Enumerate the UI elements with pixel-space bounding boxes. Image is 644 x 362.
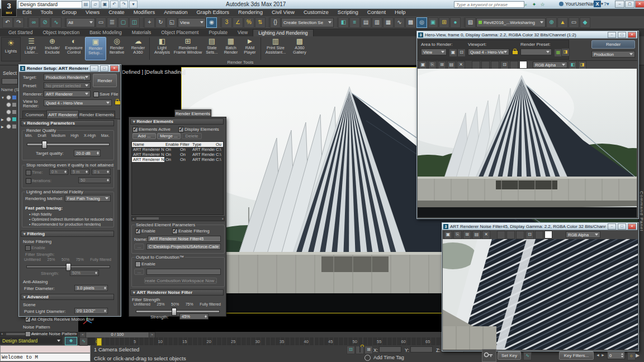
ribbon-tab-object-inspection[interactable]: Object Inspection (37, 29, 84, 36)
search-input[interactable] (454, 1, 524, 8)
layers-dialog-icon[interactable]: ◧ (569, 61, 577, 69)
rollout-rendering-parameters[interactable]: Rendering Parameters (21, 120, 114, 126)
render-setup-icon[interactable]: ▣ (428, 17, 438, 28)
merge-element-button[interactable]: Merge ... (157, 133, 181, 139)
ribbon-tab-get-started[interactable]: Get Started (3, 29, 37, 36)
setup-filter-slider[interactable] (26, 265, 110, 268)
ribbon-button-render-setup-[interactable]: ▣Render Setup... (85, 37, 106, 60)
rfw-bottom-maximize-button[interactable]: ▢ (618, 223, 626, 230)
alpha-channel-icon[interactable]: ⊡ (500, 61, 509, 69)
tab-render-elements[interactable]: Render Elements (78, 111, 115, 118)
save-image-icon[interactable]: ▣ (419, 61, 427, 69)
blue-channel-icon[interactable] (516, 231, 524, 239)
element-enable-checkbox[interactable] (135, 228, 141, 234)
quality-slider[interactable] (27, 143, 110, 146)
play-icon[interactable]: ▶ (636, 353, 640, 358)
save-file-browse-button[interactable]: ... (114, 92, 118, 97)
column-header-ou[interactable]: Ou (215, 142, 223, 147)
selection-lock-icon[interactable] (356, 346, 364, 354)
rollout-filtering[interactable]: Filtering (21, 231, 114, 237)
rfw-render-button[interactable]: Render (591, 40, 635, 49)
save-file-checkbox[interactable] (93, 92, 99, 97)
visibility-eye-icon[interactable] (6, 102, 11, 107)
enable-filtering-checkbox[interactable] (172, 228, 178, 234)
rotate-icon[interactable]: ↻ (155, 17, 166, 28)
ribbon-button-state-sets-[interactable]: ▤State Sets... (203, 37, 221, 59)
green-channel-icon[interactable] (506, 231, 515, 239)
named-sets-icon[interactable]: {} (270, 17, 281, 28)
next-key-icon[interactable]: ► (601, 353, 605, 357)
select-by-name-icon[interactable]: ☰ (107, 17, 117, 28)
maximize-button[interactable]: ▢ (625, 1, 634, 8)
snaps-toggle-icon[interactable]: 3 (221, 17, 232, 28)
rfw-maximize-button[interactable]: ▢ (618, 32, 626, 38)
clear-color-swatch[interactable] (544, 231, 552, 239)
tab-art-renderer[interactable]: ART Renderer (46, 110, 79, 118)
ribbon-button-render-iterative[interactable]: ◎Render Iterative (106, 37, 128, 59)
ribbon-tab-lighting-and-rendering[interactable]: Lighting And Rendering (253, 29, 313, 36)
current-frame-field[interactable]: 0 (607, 351, 625, 359)
table-row[interactable]: ART Renderer N...OnOnART Rendere...C:\ (132, 152, 223, 157)
noise-enable-checkbox[interactable] (25, 245, 31, 251)
blue-channel-icon[interactable] (491, 61, 499, 69)
rollout-advanced[interactable]: Advanced (21, 294, 114, 300)
rfw-minimize-button[interactable]: – (608, 32, 616, 38)
dialog-close-button[interactable]: ✕ (110, 65, 119, 72)
auto-region-icon[interactable]: ⊡ (457, 49, 466, 57)
rect-select-icon[interactable]: ▢ (118, 17, 129, 28)
render-production-icon[interactable]: ● (450, 17, 461, 28)
filter-diameter-field[interactable]: 3.0 pixels (74, 285, 108, 291)
rfw-mode-dropdown[interactable]: Production (591, 51, 635, 58)
3dsmax-logo-icon[interactable]: 3MAX (1, 0, 17, 17)
prev-key-icon[interactable]: ◄ (596, 353, 600, 357)
animate-noise-checkbox[interactable] (25, 331, 31, 337)
alpha-channel-icon[interactable]: ⊡ (525, 231, 534, 239)
ribbon-tab-populate[interactable]: Populate (203, 29, 233, 36)
undo-qat-icon[interactable]: ↶ (110, 1, 119, 8)
column-header-enabled[interactable]: Enabled (164, 142, 179, 147)
rfw-bottom-titlebar[interactable]: 3 ART Renderer Noise Filter45, Display G… (442, 223, 637, 230)
workspace-gem-icon[interactable]: ◆ (65, 337, 77, 345)
rfw-close-button[interactable]: ✕ (628, 32, 636, 38)
time-checkbox[interactable] (26, 170, 31, 175)
menu-civil-view[interactable]: Civil View (267, 8, 299, 16)
refcoord-dropdown[interactable]: View (178, 18, 206, 27)
spinner-snap-icon[interactable]: ⇅ (255, 17, 266, 28)
rfw-viewport-lock-icon[interactable] (512, 50, 518, 55)
set-key-mode-button[interactable]: Set Key (498, 351, 521, 360)
menu-graph-editors[interactable]: Graph Editors (192, 8, 234, 16)
visibility-eye-icon[interactable] (6, 117, 11, 122)
minimize-button[interactable]: – (615, 1, 624, 8)
visibility-eye-icon[interactable] (6, 109, 11, 115)
motion-blur-checkbox[interactable] (25, 317, 31, 322)
ribbon-button-rendered-frame-window[interactable]: ⊞Rendered Frame Window (173, 37, 202, 59)
selection-filter-dropdown[interactable]: All (66, 18, 95, 27)
selection-range-icon[interactable]: ∿ (523, 352, 532, 360)
area-to-render-dropdown[interactable]: View (421, 49, 447, 55)
elements-filter-slider[interactable] (136, 310, 220, 313)
bind-spacewarp-icon[interactable]: ∿ (51, 17, 61, 28)
print-image-icon[interactable]: ▤ (472, 231, 481, 239)
clear-image-icon[interactable]: ✕ (482, 231, 490, 239)
visibility-eye-icon[interactable] (6, 95, 11, 100)
element-name-field[interactable]: ART Renderer Noise Filter45 (148, 236, 221, 242)
column-header-type[interactable]: Type (191, 142, 215, 147)
curve-editor-icon[interactable]: ∿ (394, 17, 405, 28)
menu-views[interactable]: Views (81, 8, 104, 16)
menu-scripting[interactable]: Scripting (333, 8, 363, 16)
element-browse-button[interactable]: ... (134, 244, 144, 250)
ribbon-button-light-lister-[interactable]: ☰Light Lister... (21, 37, 41, 59)
add-time-tag[interactable]: Add Time Tag (373, 355, 404, 360)
visibility-eye-icon[interactable] (6, 124, 11, 129)
ribbon-toggle-icon[interactable]: ▦ (383, 17, 394, 28)
ribbon-button-include-exclude[interactable]: ⊕Include/ Exclude (42, 37, 63, 59)
x-coordinate-field[interactable] (379, 346, 401, 353)
rfw-bottom-channel-dropdown[interactable]: RGB Alpha (566, 231, 600, 238)
edit-region-icon[interactable]: ▣ (449, 49, 457, 57)
render-preset-dropdown[interactable] (520, 49, 552, 55)
point-light-field[interactable]: 0'0 12/32" (74, 308, 108, 314)
maxscript-listener-field[interactable]: Welcome to M (0, 353, 91, 361)
percent-snap-icon[interactable]: % (244, 17, 254, 28)
elements-table[interactable]: NameEnabledFilterTypeOuART Renderer N...… (131, 141, 224, 215)
rollout-noise-filter[interactable]: ART Renderer Noise Filter (130, 289, 224, 296)
